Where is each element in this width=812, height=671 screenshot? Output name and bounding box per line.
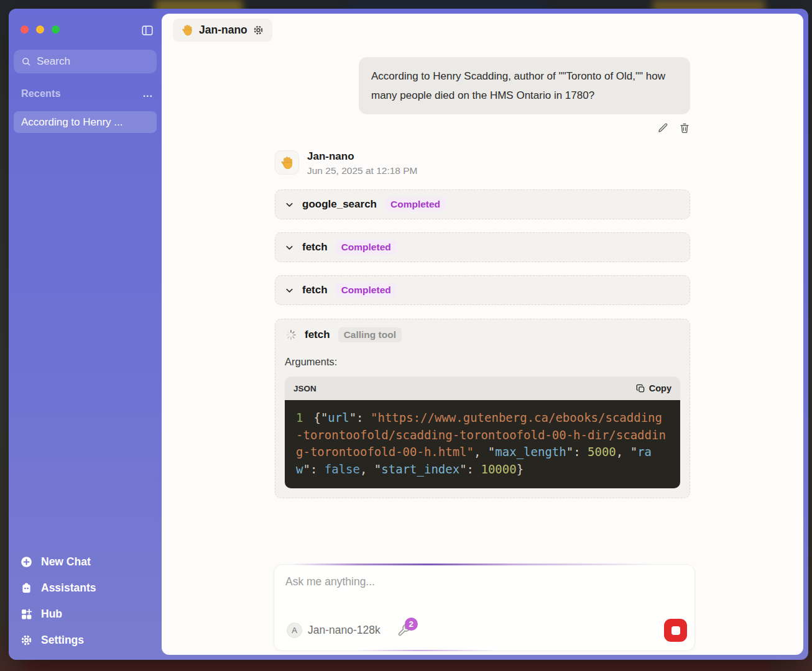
assistant-avatar	[275, 150, 299, 175]
tool-name: fetch	[302, 241, 328, 253]
tools-button[interactable]: 2	[397, 623, 412, 638]
line-number: 1	[296, 411, 303, 424]
thread-settings-gear-icon[interactable]	[252, 24, 264, 36]
delete-message-icon[interactable]	[679, 122, 690, 134]
chevron-down-icon	[285, 200, 294, 209]
tool-name: fetch	[305, 329, 330, 341]
desktop-decoration	[25, 662, 771, 671]
tool-name: fetch	[302, 284, 328, 296]
app-window: Search Recents ... According to Henry ..…	[9, 9, 808, 660]
code-block: JSON Copy 1{"url": "https://www.gu	[285, 377, 680, 488]
tool-call-panel-fetch-active: fetch Calling tool Arguments: JSON	[275, 319, 690, 498]
tool-status-badge: Completed	[336, 240, 397, 255]
user-message-text: According to Henry Scadding, author of "…	[371, 70, 665, 101]
search-placeholder: Search	[37, 55, 70, 68]
close-window-button[interactable]	[21, 25, 29, 34]
tool-call-row-fetch-1[interactable]: fetch Completed	[275, 232, 690, 262]
stop-generation-button[interactable]	[664, 619, 687, 642]
recents-section-label: Recents	[21, 88, 61, 99]
search-icon	[21, 57, 32, 67]
tool-call-row-google-search[interactable]: google_search Completed	[275, 189, 690, 219]
wrench-icon	[397, 629, 412, 640]
chat-input-placeholder: Ask me anything...	[285, 575, 683, 588]
message-actions	[275, 122, 690, 135]
chevron-down-icon	[285, 286, 294, 295]
tool-call-row-fetch-2[interactable]: fetch Completed	[275, 275, 690, 305]
sidebar-item-new-chat[interactable]: New Chat	[14, 554, 157, 570]
chat-input-container[interactable]: Ask me anything... A Jan-nano-128k 2	[274, 564, 695, 651]
code-block-header: JSON Copy	[285, 377, 680, 400]
sidebar-item-hub[interactable]: Hub	[14, 606, 157, 623]
wave-emoji-icon	[181, 24, 194, 37]
chevron-down-icon	[285, 243, 294, 252]
recents-more-button[interactable]: ...	[143, 88, 153, 99]
stop-icon	[671, 626, 680, 635]
tool-name: google_search	[302, 198, 377, 211]
tools-count-badge: 2	[405, 618, 418, 631]
copy-code-button[interactable]: Copy	[636, 383, 671, 393]
message-timestamp: Jun 25, 2025 at 12:18 PM	[307, 165, 418, 176]
assistant-message-header: Jan-nano Jun 25, 2025 at 12:18 PM	[275, 150, 690, 176]
model-name: Jan-nano-128k	[308, 624, 381, 637]
minimize-window-button[interactable]	[36, 25, 44, 34]
model-selector[interactable]: A Jan-nano-128k	[283, 620, 384, 641]
assistant-name: Jan-nano	[307, 150, 418, 163]
assistants-icon	[20, 582, 33, 595]
sidebar-toggle-icon[interactable]	[141, 24, 154, 37]
model-avatar: A	[287, 623, 302, 638]
edit-message-icon[interactable]	[657, 122, 668, 134]
window-controls	[21, 25, 60, 34]
main-area: Jan-nano According to Henry Scadding, au…	[162, 9, 808, 660]
hub-icon	[20, 608, 33, 621]
wave-emoji-icon	[280, 155, 295, 170]
sidebar: Search Recents ... According to Henry ..…	[9, 9, 162, 660]
search-input[interactable]: Search	[14, 50, 157, 73]
copy-icon	[636, 384, 645, 393]
tool-status-badge: Calling tool	[338, 327, 402, 342]
code-content[interactable]: 1{"url": "https://www.gutenberg.ca/ebook…	[285, 400, 680, 488]
zoom-window-button[interactable]	[52, 25, 60, 34]
tool-status-badge: Completed	[336, 283, 397, 298]
arguments-label: Arguments:	[285, 356, 680, 368]
sidebar-item-assistants[interactable]: Assistants	[14, 580, 157, 596]
loading-spinner-icon	[285, 329, 297, 340]
sidebar-item-recent-chat[interactable]: According to Henry ...	[14, 111, 157, 133]
code-language-label: JSON	[293, 384, 316, 393]
tool-status-badge: Completed	[385, 197, 446, 212]
sidebar-item-settings[interactable]: Settings	[14, 632, 157, 649]
plus-circle-icon	[20, 555, 33, 568]
thread-title: Jan-nano	[199, 24, 247, 37]
gear-icon	[20, 634, 33, 647]
thread-title-button[interactable]: Jan-nano	[173, 19, 272, 42]
tool-call-header[interactable]: fetch Calling tool	[285, 327, 680, 342]
user-message-bubble: According to Henry Scadding, author of "…	[359, 57, 690, 114]
